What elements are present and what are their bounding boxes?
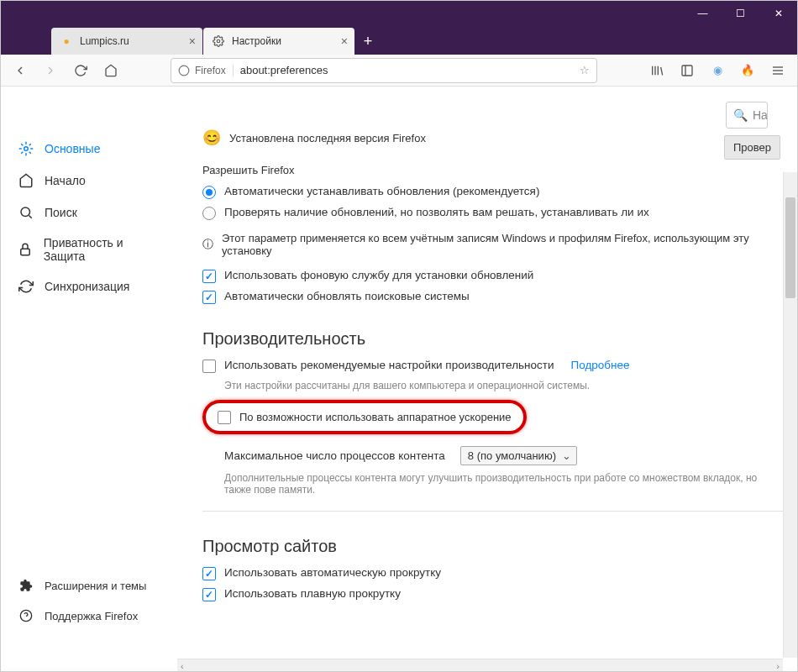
max-processes-row: Максимальное число процессов контента 8 … (224, 446, 797, 465)
sidebar-button[interactable] (675, 58, 700, 83)
gear-icon (18, 140, 34, 157)
checkbox-smooth-scroll[interactable]: Использовать плавную прокрутку (202, 587, 797, 601)
bookmark-star-icon[interactable]: ☆ (580, 64, 590, 76)
allow-firefox-label: Разрешить Firefox (202, 164, 797, 176)
sidebar-item-sync[interactable]: Синхронизация (1, 270, 177, 302)
check-updates-button[interactable]: Провер (724, 135, 780, 160)
checkbox-recommended-perf[interactable]: Использовать рекомендуемые настройки про… (202, 359, 797, 373)
url-input[interactable] (240, 64, 580, 76)
firefox-icon (178, 65, 190, 76)
svg-point-11 (24, 147, 29, 151)
smile-icon: 😊 (202, 129, 221, 147)
select-value: 8 (по умолчанию) (468, 449, 556, 462)
settings-main: 🔍 Най 😊 Установлена последняя версия Fir… (177, 87, 797, 672)
svg-rect-14 (21, 249, 30, 255)
tab-settings[interactable]: Настройки × (203, 28, 354, 55)
checkbox-bg-service[interactable]: Использовать фоновую службу для установк… (202, 269, 797, 283)
sidebar-item-general[interactable]: Основные (1, 133, 177, 165)
svg-point-12 (21, 207, 30, 217)
perf-subtext-2: Дополнительные процессы контента могут у… (224, 472, 762, 496)
update-status: 😊 Установлена последняя версия Firefox (202, 129, 797, 147)
sidebar-bottom: Расширения и темы Поддержка Firefox (1, 570, 177, 631)
checkbox-label: Использовать рекомендуемые настройки про… (224, 359, 554, 371)
help-icon (18, 607, 34, 624)
tab-lumpics[interactable]: ● Lumpics.ru × (51, 28, 202, 55)
back-button[interactable] (8, 58, 33, 83)
checkbox-label: Использовать автоматическую прокрутку (224, 566, 441, 579)
sidebar-item-extensions[interactable]: Расширения и темы (1, 570, 177, 601)
status-text: Установлена последняя версия Firefox (229, 132, 426, 144)
max-proc-label: Максимальное число процессов контента (224, 449, 445, 462)
radio-check-only[interactable]: Проверять наличие обновлений, но позволя… (202, 206, 797, 220)
identity-box[interactable]: Firefox (178, 65, 234, 76)
scrollbar-thumb[interactable] (785, 197, 795, 298)
vertical-scrollbar[interactable] (783, 172, 797, 658)
window-minimize-button[interactable]: — (684, 1, 722, 26)
horizontal-scrollbar[interactable]: ‹ › (177, 659, 783, 672)
settings-sidebar: Основные Начало Поиск Приватность и Защи… (1, 87, 177, 672)
home-button[interactable] (98, 58, 123, 83)
checkbox-icon (202, 270, 216, 283)
scroll-left-icon[interactable]: ‹ (181, 661, 184, 671)
perf-subtext-1: Эти настройки рассчитаны для вашего комп… (224, 380, 797, 391)
search-settings-input[interactable]: 🔍 Най (726, 102, 768, 129)
checkbox-label: По возможности использовать аппаратное у… (239, 411, 512, 423)
search-icon: 🔍 (733, 108, 748, 122)
tab-close-icon[interactable]: × (341, 34, 348, 48)
menu-button[interactable] (765, 58, 790, 83)
checkbox-label: Использовать плавную прокрутку (224, 587, 401, 600)
sidebar-item-label: Основные (45, 142, 100, 155)
sidebar-item-home[interactable]: Начало (1, 165, 177, 197)
svg-point-1 (179, 66, 189, 76)
reload-button[interactable] (68, 58, 93, 83)
learn-more-link[interactable]: Подробнее (570, 359, 629, 371)
sidebar-item-privacy[interactable]: Приватность и Защита (1, 228, 177, 270)
window-titlebar: — ☐ ✕ (1, 1, 797, 26)
extension-icon[interactable]: ◉ (705, 58, 730, 83)
checkbox-label: Автоматически обновлять поисковые систем… (224, 290, 470, 302)
extension-icon-2[interactable]: 🔥 (735, 58, 760, 83)
radio-icon (202, 186, 216, 199)
search-icon (18, 204, 34, 221)
checkbox-auto-search-engines[interactable]: Автоматически обновлять поисковые систем… (202, 290, 797, 304)
library-button[interactable] (644, 58, 669, 83)
tab-close-icon[interactable]: × (189, 34, 196, 48)
lock-icon (18, 241, 34, 258)
sidebar-item-label: Приватность и Защита (44, 236, 160, 263)
content-area: Основные Начало Поиск Приватность и Защи… (1, 87, 797, 672)
window-maximize-button[interactable]: ☐ (722, 1, 759, 26)
sync-icon (18, 278, 34, 295)
radio-label: Автоматически устанавливать обновления (… (224, 185, 539, 197)
sidebar-item-label: Начало (45, 174, 86, 187)
sidebar-item-label: Поиск (45, 206, 77, 219)
tab-label: Настройки (232, 35, 281, 47)
radio-icon (202, 207, 216, 220)
puzzle-icon (18, 577, 34, 594)
svg-point-0 (217, 39, 220, 43)
radio-label: Проверять наличие обновлений, но позволя… (224, 206, 649, 218)
checkbox-hw-accel[interactable] (218, 411, 231, 424)
scroll-right-icon[interactable]: › (776, 661, 780, 671)
max-proc-select[interactable]: 8 (по умолчанию) (460, 446, 577, 465)
sidebar-item-label: Синхронизация (45, 280, 129, 293)
checkbox-auto-scroll[interactable]: Использовать автоматическую прокрутку (202, 566, 797, 580)
sidebar-item-support[interactable]: Поддержка Firefox (1, 601, 177, 631)
home-icon (18, 172, 34, 189)
forward-button[interactable] (38, 58, 63, 83)
svg-line-5 (661, 67, 663, 75)
sidebar-item-search[interactable]: Поиск (1, 197, 177, 228)
info-text: Этот параметр применяется ко всем учётны… (222, 232, 797, 257)
newtab-button[interactable]: + (354, 28, 381, 55)
window-close-button[interactable]: ✕ (759, 1, 797, 26)
sidebar-item-label: Расширения и темы (45, 580, 146, 592)
radio-auto-install[interactable]: Автоматически устанавливать обновления (… (202, 185, 797, 199)
checkbox-icon (202, 360, 216, 373)
url-bar[interactable]: Firefox ☆ (171, 58, 597, 83)
hw-accel-highlight: По возможности использовать аппаратное у… (202, 400, 527, 434)
update-info-note: ⓘ Этот параметр применяется ко всем учёт… (202, 232, 797, 257)
tab-label: Lumpics.ru (80, 35, 129, 47)
identity-label: Firefox (195, 65, 226, 76)
checkbox-icon (202, 291, 216, 304)
search-placeholder: Най (753, 108, 768, 122)
divider (202, 511, 797, 512)
